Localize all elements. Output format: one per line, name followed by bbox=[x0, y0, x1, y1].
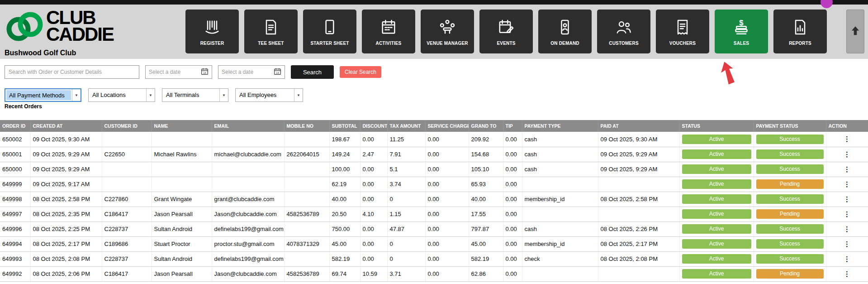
row-actions-menu-icon[interactable]: ⋮ bbox=[829, 150, 866, 159]
nav-button-activities[interactable]: ACTIVITIES bbox=[362, 10, 415, 53]
clear-search-button[interactable]: Clear Search bbox=[340, 66, 381, 78]
payment-status-badge: Success bbox=[756, 239, 824, 249]
cell-discount: 10.59 bbox=[360, 266, 387, 281]
chevron-down-icon: ▼ bbox=[219, 89, 228, 101]
row-actions-menu-icon[interactable]: ⋮ bbox=[829, 210, 866, 218]
nav-button-customers[interactable]: CUSTOMERS bbox=[597, 10, 650, 53]
column-header[interactable]: SUBTOTAL bbox=[329, 120, 360, 132]
cell-status: Active bbox=[679, 132, 754, 147]
cell-subtotal: 149.24 bbox=[329, 147, 360, 162]
cell-payment-status: Success bbox=[754, 162, 826, 177]
column-header[interactable]: PAID AT bbox=[598, 120, 679, 132]
column-header[interactable]: GRAND TO bbox=[469, 120, 503, 132]
row-actions-menu-icon[interactable]: ⋮ bbox=[829, 180, 866, 188]
cell-discount: 0.00 bbox=[360, 132, 387, 147]
date-to-input[interactable]: Select a date 14 bbox=[218, 65, 285, 79]
nav-button-label: VENUE MANAGER bbox=[427, 41, 468, 46]
nav-button-events[interactable]: EVENTS bbox=[479, 10, 533, 53]
payment-status-badge: Success bbox=[756, 224, 824, 234]
nav-button-sales[interactable]: $SALES bbox=[715, 10, 768, 53]
column-header[interactable]: ORDER ID bbox=[0, 120, 30, 132]
terminal-select[interactable]: All Terminals ▼ bbox=[162, 88, 228, 102]
cell-tip: 0.00 bbox=[503, 147, 522, 162]
status-badge: Active bbox=[682, 269, 751, 279]
employee-select[interactable]: All Employees ▼ bbox=[235, 88, 303, 102]
cell-grand-total: 797.87 bbox=[469, 221, 503, 236]
nav-button-starter-sheet[interactable]: STARTER SHEET bbox=[303, 10, 356, 53]
cell-created-at: 09 Oct 2025, 9:29 AM bbox=[30, 162, 102, 177]
cell-subtotal: 20.50 bbox=[329, 207, 360, 221]
payment-method-value: All Payment Methods bbox=[6, 90, 71, 100]
payment-method-select[interactable]: All Payment Methods ▼ bbox=[5, 88, 81, 102]
cell-action: ⋮ bbox=[826, 132, 868, 147]
cell-email: definelabs199@gmail.com bbox=[212, 251, 284, 266]
column-header[interactable]: PAYMENT STATUS bbox=[754, 120, 826, 132]
column-header[interactable]: STATUS bbox=[679, 120, 754, 132]
row-actions-menu-icon[interactable]: ⋮ bbox=[829, 270, 866, 278]
cell-action: ⋮ bbox=[826, 192, 868, 207]
scroll-top-button[interactable] bbox=[846, 10, 864, 53]
status-badge: Active bbox=[682, 135, 751, 144]
cell-status: Active bbox=[679, 192, 754, 207]
cell-payment-status: Success bbox=[754, 132, 826, 147]
cell-tip: 0.00 bbox=[503, 192, 522, 207]
svg-text:14: 14 bbox=[203, 71, 206, 74]
nav-button-venue-manager[interactable]: VENUE MANAGER bbox=[421, 10, 474, 53]
cell-customer-id: C189686 bbox=[102, 236, 152, 251]
column-header[interactable]: ACTION bbox=[826, 120, 868, 132]
payment-status-badge: Success bbox=[756, 135, 824, 144]
calendar-icon: 14 bbox=[201, 67, 209, 77]
calendar-icon: 14 bbox=[274, 67, 281, 77]
column-header[interactable]: TIP bbox=[503, 120, 522, 132]
row-actions-menu-icon[interactable]: ⋮ bbox=[829, 255, 866, 263]
cell-payment-status: Success bbox=[754, 251, 826, 266]
row-actions-menu-icon[interactable]: ⋮ bbox=[829, 135, 866, 143]
cell-customer-id: C228737 bbox=[102, 251, 152, 266]
cell-tip: 0.00 bbox=[503, 132, 522, 147]
cell-action: ⋮ bbox=[826, 266, 868, 281]
cell-mobile-no: 4582536789 bbox=[284, 207, 329, 221]
nav-button-vouchers[interactable]: VOUCHERS bbox=[656, 10, 709, 53]
row-actions-menu-icon[interactable]: ⋮ bbox=[829, 165, 866, 173]
column-header[interactable]: TAX AMOUNT bbox=[387, 120, 425, 132]
cell-tip: 0.00 bbox=[503, 236, 522, 251]
row-actions-menu-icon[interactable]: ⋮ bbox=[829, 240, 866, 248]
nav-button-register[interactable]: REGISTER bbox=[185, 10, 239, 53]
row-actions-menu-icon[interactable]: ⋮ bbox=[829, 195, 866, 203]
terminal-value: All Terminals bbox=[162, 89, 219, 101]
cell-mobile-no bbox=[284, 221, 329, 236]
cell-customer-id: C22650 bbox=[102, 147, 152, 162]
cell-tax-amount: 0 bbox=[387, 251, 425, 266]
nav-button-reports[interactable]: REPORTS bbox=[773, 10, 827, 53]
cash-dollar-icon: $ bbox=[732, 18, 750, 37]
date-from-input[interactable]: Select a date 14 bbox=[145, 65, 212, 79]
cell-name: Stuart Proctor bbox=[152, 236, 212, 251]
nav-button-tee-sheet[interactable]: TEE SHEET bbox=[244, 10, 298, 53]
column-header[interactable]: EMAIL bbox=[212, 120, 284, 132]
row-actions-menu-icon[interactable]: ⋮ bbox=[829, 225, 866, 233]
cell-order-id: 649994 bbox=[0, 236, 30, 251]
cell-status: Active bbox=[679, 207, 754, 221]
column-header[interactable]: MOBILE NO bbox=[284, 120, 329, 132]
column-header[interactable]: PAYMENT TYPE bbox=[522, 120, 598, 132]
cell-tax-amount: 3.71 bbox=[387, 266, 425, 281]
column-header[interactable]: SERVICE CHARGE bbox=[425, 120, 469, 132]
cell-payment-type bbox=[522, 177, 598, 192]
search-input[interactable] bbox=[5, 65, 139, 79]
column-header[interactable]: DISCOUNT bbox=[360, 120, 387, 132]
column-header[interactable]: CUSTOMER ID bbox=[102, 120, 152, 132]
cell-action: ⋮ bbox=[826, 221, 868, 236]
table-row: 65000209 Oct 2025, 9:30 AM198.670.0011.2… bbox=[0, 132, 868, 147]
cell-mobile-no bbox=[284, 162, 329, 177]
cell-grand-total: 45.00 bbox=[469, 236, 503, 251]
cell-tax-amount: 1.15 bbox=[387, 207, 425, 221]
cell-payment-status: Success bbox=[754, 221, 826, 236]
status-badge: Active bbox=[682, 149, 751, 159]
column-header[interactable]: NAME bbox=[152, 120, 212, 132]
search-button[interactable]: Search bbox=[291, 65, 334, 79]
location-select[interactable]: All Locations ▼ bbox=[88, 88, 155, 102]
payment-status-badge: Success bbox=[756, 164, 824, 174]
nav-button-on-demand[interactable]: ON DEMAND bbox=[538, 10, 592, 53]
column-header[interactable]: CREATED AT bbox=[30, 120, 102, 132]
cell-payment-status: Pending bbox=[754, 207, 826, 221]
